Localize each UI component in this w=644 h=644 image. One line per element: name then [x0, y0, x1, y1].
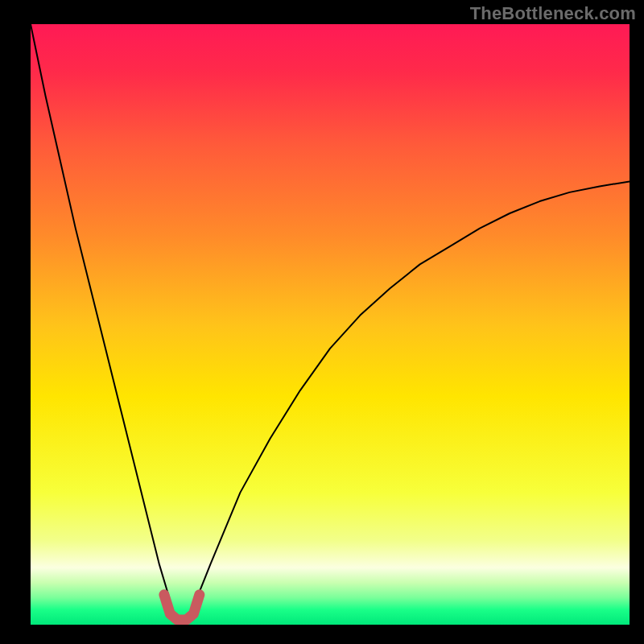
chart-plot-area — [31, 24, 630, 625]
chart-svg — [31, 24, 630, 625]
chart-frame: TheBottleneck.com — [0, 0, 644, 644]
chart-background-gradient — [31, 24, 630, 625]
watermark-label: TheBottleneck.com — [470, 3, 636, 24]
